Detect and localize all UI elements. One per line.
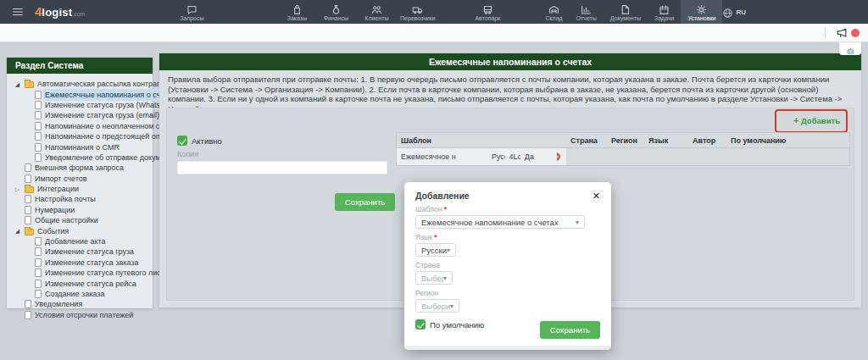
save-button[interactable]: Сохранить xyxy=(335,193,395,211)
select[interactable]: Выберите значение xyxy=(415,299,459,313)
column-header[interactable]: По умолчанию xyxy=(726,136,828,145)
dialog-save-button[interactable]: Сохранить xyxy=(540,321,600,339)
gear-icon xyxy=(696,3,707,14)
navbar-right: RU xyxy=(722,0,868,24)
megaphone-icon[interactable] xyxy=(836,27,848,39)
nav-item[interactable]: Запросы xyxy=(107,0,276,24)
nav-item[interactable]: Клиенты xyxy=(354,0,398,24)
nav-item[interactable]: Перевозчики xyxy=(398,0,437,24)
nav-item[interactable]: Автопарк xyxy=(437,0,538,24)
expand-arrow-icon[interactable] xyxy=(14,186,21,193)
table-header-row: ШаблонСтранаРегионЯзыкАвторПо умолчанию xyxy=(397,133,849,148)
nav-item[interactable]: Заказы xyxy=(276,0,317,24)
add-button[interactable]: + Добавить xyxy=(793,115,840,125)
tree-node-icon xyxy=(25,229,34,235)
select[interactable]: Выберите значение xyxy=(415,271,453,285)
delete-icon[interactable] xyxy=(557,152,561,162)
news-badge xyxy=(851,29,860,37)
nav-item[interactable]: Склад xyxy=(538,0,569,24)
default-checkbox[interactable] xyxy=(415,319,426,330)
tree-item[interactable]: События xyxy=(7,225,153,235)
tree-item[interactable]: Напоминание о неоплаченном счете xyxy=(7,121,45,131)
tree-item[interactable]: Внешняя форма запроса xyxy=(7,163,153,173)
tree-item[interactable]: Изменение статуса груза (WhatsApp) xyxy=(7,100,44,110)
tree-node-icon xyxy=(25,195,31,203)
tree-item[interactable]: Изменение статуса груза xyxy=(7,246,153,257)
tree-node-icon xyxy=(25,300,31,308)
add-dialog: Добавление ✕ Шаблон Ежемесячное напомина… xyxy=(404,182,611,350)
tree-item[interactable]: Изменение статуса заказа xyxy=(7,258,153,268)
select[interactable]: Ежемесячное напоминание о счетах xyxy=(415,215,585,229)
nav-item-label: Автопарк xyxy=(475,15,500,21)
column-header[interactable]: Язык xyxy=(644,136,688,145)
document-icon xyxy=(620,3,631,14)
tree-item[interactable]: Уведомление об отправке документов xyxy=(7,152,153,163)
tree-item-label: Изменение статуса путевого листа xyxy=(45,269,169,277)
chevron-down-icon xyxy=(450,302,453,310)
tree-item[interactable]: Интеграции xyxy=(7,184,153,194)
tree-item[interactable]: Изменение статуса груза (email) xyxy=(7,110,51,120)
tree-item[interactable]: Изменение статуса рейса xyxy=(7,278,153,288)
tree-node-icon xyxy=(35,132,42,141)
nav-item-label: Запросы xyxy=(180,15,203,21)
table-row[interactable]: Ежемесячное напоминание о счетах Русский… xyxy=(397,148,566,165)
tree-item[interactable]: Импорт счетов xyxy=(7,174,153,184)
tree-item[interactable]: Уведомления xyxy=(7,299,153,309)
close-icon[interactable]: ✕ xyxy=(593,191,600,201)
tree-item[interactable]: Изменение статуса путевого листа xyxy=(7,268,153,278)
column-header[interactable]: Страна xyxy=(566,136,607,145)
chart-icon xyxy=(581,3,592,14)
tree-item-label: Изменение статуса груза (WhatsApp) xyxy=(45,101,176,109)
nav-item-label: Отчеты xyxy=(576,15,597,21)
cell-default: Да xyxy=(520,152,557,161)
column-header[interactable]: Шаблон xyxy=(397,136,566,145)
tree-item-label: Нумерации xyxy=(35,206,75,214)
tree-node-icon xyxy=(35,269,42,277)
reminder-form: Активно Копия xyxy=(177,136,387,174)
copy-input[interactable] xyxy=(177,161,387,174)
menu-icon[interactable] xyxy=(12,6,24,18)
calendar-icon xyxy=(659,3,670,14)
tree-item[interactable]: Условия отсрочки платежей xyxy=(7,310,153,320)
nav-item[interactable]: Финансы xyxy=(317,0,354,24)
nav-item[interactable]: Задачи xyxy=(648,0,682,24)
expand-arrow-icon[interactable] xyxy=(14,227,21,235)
tree-node-icon xyxy=(35,143,42,152)
select[interactable]: Русский xyxy=(415,243,456,257)
tree-item[interactable]: Автоматическая рассылка контрагентам xyxy=(7,79,176,89)
support-bot-tab[interactable] xyxy=(839,42,861,55)
column-header[interactable]: Автор xyxy=(688,136,726,145)
nav-item[interactable]: Установки xyxy=(681,0,722,24)
field-label: Язык xyxy=(415,233,456,241)
tree-item[interactable]: Напоминание о предстоящей оплате xyxy=(7,131,108,141)
tree-item[interactable]: Напоминания о CMR xyxy=(7,141,153,152)
chevron-down-icon xyxy=(447,246,450,254)
tabbar-right xyxy=(825,27,868,39)
active-checkbox[interactable] xyxy=(177,136,187,146)
people-icon xyxy=(371,3,382,14)
tree-item-label: Общие настройки xyxy=(35,216,98,224)
dialog-fields: Шаблон Ежемесячное напоминание о счетах … xyxy=(415,205,600,313)
tree-item[interactable]: Общие настройки xyxy=(7,215,153,225)
select-value: Выберите значение xyxy=(421,302,450,311)
column-header[interactable]: Регион xyxy=(607,136,644,145)
app-window: 4logist.com Запросы Заказы Финансы Клиен… xyxy=(0,0,868,360)
nav-item[interactable]: Документы xyxy=(604,0,648,24)
tree-item[interactable]: Добавление акта xyxy=(7,236,153,246)
tree-item-label: Создание заказа xyxy=(45,290,104,298)
tree-node-icon xyxy=(35,247,42,256)
main-menu: Запросы Заказы Финансы Клиенты Перевозчи… xyxy=(107,0,722,24)
nav-item[interactable]: Отчеты xyxy=(570,0,604,24)
tree-item[interactable]: Настройка почты xyxy=(7,194,153,204)
page-title: Ежемесячные напоминания о счетах xyxy=(159,53,861,70)
app-logo[interactable]: 4logist.com xyxy=(35,4,85,19)
tree-item[interactable]: Нумерации xyxy=(7,205,153,215)
tree-item[interactable]: Создание заказа xyxy=(7,289,153,299)
field-label: Регион xyxy=(415,289,459,297)
warehouse-icon xyxy=(548,3,559,14)
tree-item[interactable]: Ежемесячные напоминания о счетах xyxy=(7,89,47,99)
form-field: Язык Русский xyxy=(415,233,456,257)
expand-arrow-icon[interactable] xyxy=(14,80,21,88)
tree-item-label: Напоминания о CMR xyxy=(45,143,120,152)
navbar-right-item[interactable]: RU xyxy=(722,7,868,18)
